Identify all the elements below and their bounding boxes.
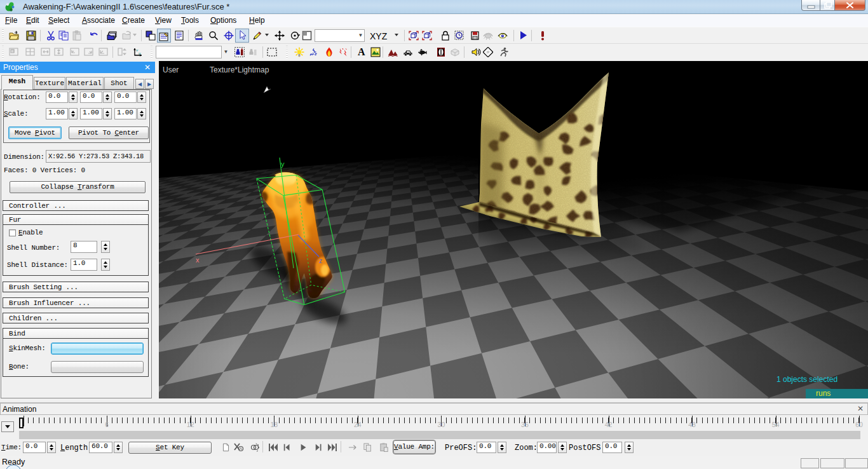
svg-text:u: u	[139, 51, 141, 56]
svg-text:y: y	[281, 160, 285, 168]
svg-text:z: z	[319, 257, 322, 264]
svg-text:x: x	[196, 256, 200, 264]
